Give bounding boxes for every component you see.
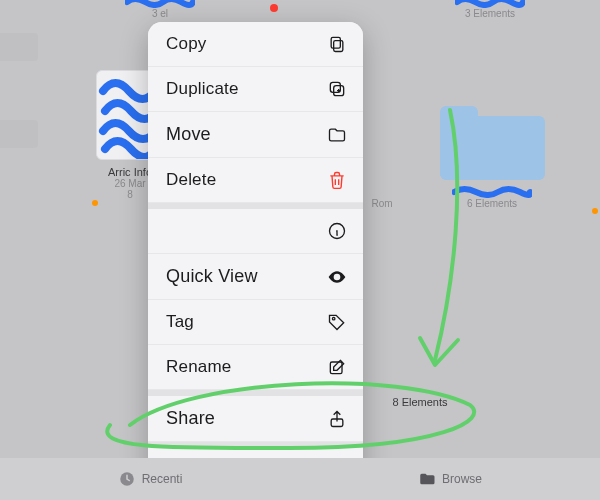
redaction-scribble — [452, 184, 532, 198]
grid-item[interactable]: Rom — [362, 198, 402, 209]
tag-dot-icon — [592, 208, 598, 214]
clock-icon — [118, 470, 136, 488]
menu-item-label: Copy — [166, 34, 207, 54]
menu-item-label: Share — [166, 408, 215, 429]
menu-item-label: Rename — [166, 357, 231, 377]
grid-folder[interactable]: 6 Elements — [432, 102, 552, 209]
menu-quicklook[interactable]: Quick View — [148, 254, 363, 300]
menu-duplicate[interactable]: Duplicate — [148, 67, 363, 112]
svg-point-6 — [332, 317, 335, 320]
folder-icon — [327, 125, 347, 145]
share-icon — [327, 409, 347, 429]
tab-bar: Recenti Browse — [0, 458, 600, 500]
svg-point-5 — [335, 275, 338, 278]
context-menu: Copy Duplicate Move Delete Quick View — [148, 22, 363, 500]
folder-fill-icon — [418, 470, 436, 488]
menu-item-label: Move — [166, 124, 211, 145]
rename-icon — [327, 357, 347, 377]
sidebar-item[interactable] — [0, 120, 38, 148]
tab-recents[interactable]: Recenti — [0, 458, 300, 500]
grid-item-label: Rom — [362, 198, 402, 209]
grid-item-highlighted[interactable]: 8 Elements — [360, 396, 480, 408]
menu-share[interactable]: Share — [148, 396, 363, 442]
copy-icon — [327, 34, 347, 54]
grid-item-sub: 3 el — [100, 8, 220, 19]
sidebar-item[interactable] — [0, 33, 38, 61]
menu-info[interactable] — [148, 209, 363, 254]
trash-icon — [327, 170, 347, 190]
menu-item-label: Duplicate — [166, 79, 239, 99]
redaction-scribble — [455, 0, 525, 8]
grid-item-sub: 6 Elements — [432, 198, 552, 209]
tab-label: Browse — [442, 472, 482, 486]
tag-dot-icon — [92, 200, 98, 206]
svg-rect-0 — [334, 41, 343, 52]
menu-rename[interactable]: Rename — [148, 345, 363, 390]
eye-icon — [327, 267, 347, 287]
menu-tag[interactable]: Tag — [148, 300, 363, 345]
menu-delete[interactable]: Delete — [148, 158, 363, 203]
folder-icon — [440, 102, 545, 180]
tab-label: Recenti — [142, 472, 183, 486]
grid-item[interactable]: 3 el — [100, 0, 220, 19]
status-dot-icon — [270, 4, 278, 12]
grid-item[interactable]: 3 Elements — [430, 0, 550, 19]
menu-item-label: Quick View — [166, 266, 258, 287]
grid-item-sub: 3 Elements — [430, 8, 550, 19]
menu-copy[interactable]: Copy — [148, 22, 363, 67]
redaction-scribble — [125, 0, 195, 8]
menu-item-label: Delete — [166, 170, 216, 190]
menu-item-label: Tag — [166, 312, 194, 332]
grid-item-sub: 8 Elements — [360, 396, 480, 408]
tab-browse[interactable]: Browse — [300, 458, 600, 500]
svg-rect-1 — [331, 37, 340, 48]
tag-icon — [327, 312, 347, 332]
duplicate-icon — [327, 79, 347, 99]
info-icon — [327, 221, 347, 241]
menu-move[interactable]: Move — [148, 112, 363, 158]
